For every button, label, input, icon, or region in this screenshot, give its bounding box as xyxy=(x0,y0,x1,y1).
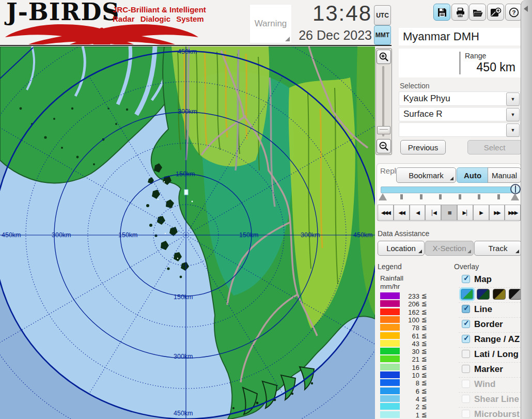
timeline-start-marker[interactable] xyxy=(379,193,387,200)
play-button[interactable]: ▶ xyxy=(473,205,489,221)
select-button[interactable]: Select xyxy=(467,140,522,154)
map-style-swatch-3[interactable] xyxy=(493,289,506,300)
stop-button[interactable]: ■ xyxy=(441,205,457,221)
legend-value: 30 xyxy=(401,348,419,355)
mmt-button[interactable]: MMT xyxy=(374,25,391,45)
map-style-swatches xyxy=(459,288,521,303)
open-folder-icon xyxy=(473,7,483,18)
legend-value: 100 xyxy=(401,316,419,324)
legend-value: 61 xyxy=(401,332,419,340)
site-dropdown[interactable]: Kyauk Phyu ▼ xyxy=(399,91,521,106)
legend-color-swatch xyxy=(380,403,400,410)
save-button[interactable] xyxy=(433,4,450,21)
range-divider xyxy=(460,52,460,74)
legend-color-swatch xyxy=(380,340,400,347)
radar-site-marker xyxy=(184,190,188,195)
collapse-arrow-icon xyxy=(524,6,528,12)
clock-time: 13:48 xyxy=(268,0,372,27)
timeline-end-marker[interactable] xyxy=(511,193,519,200)
legend-suffix: ≦ xyxy=(421,347,427,355)
timeline-tick xyxy=(400,194,403,199)
add-capture-button[interactable] xyxy=(487,4,504,21)
chevron-down-icon[interactable]: ▼ xyxy=(506,108,520,121)
rewind-button[interactable]: ◀ xyxy=(410,205,426,221)
utc-button[interactable]: UTC xyxy=(374,5,391,25)
chevron-down-icon[interactable]: ▼ xyxy=(506,92,520,106)
overlay-item-marker: Marker xyxy=(459,364,521,378)
jump-start-button[interactable]: ◀◀◀ xyxy=(378,205,394,221)
previous-button[interactable]: Previous xyxy=(400,140,446,154)
lati-long-checkbox[interactable] xyxy=(462,350,470,358)
legend-color-swatch xyxy=(380,300,400,307)
map-style-swatch-4[interactable] xyxy=(509,289,521,300)
overlay-item-line: ✓Line xyxy=(459,304,521,318)
jbirds-app: J-BIRDS JRC-Brilliant & Intelligent Rada… xyxy=(0,0,532,419)
zoom-slider-handle[interactable] xyxy=(377,126,390,134)
legend-value: 4 xyxy=(401,395,419,403)
overlay-item-label: Border xyxy=(474,319,503,330)
station-name: Myanmar DMH xyxy=(399,28,521,45)
bookmark-button[interactable]: Bookmark xyxy=(396,167,456,183)
legend-suffix: ≦ xyxy=(421,308,427,316)
map-style-swatch-1[interactable] xyxy=(461,289,474,300)
legend-color-swatch xyxy=(380,292,400,299)
print-button[interactable] xyxy=(451,4,468,21)
legend-suffix: ≦ xyxy=(421,332,427,339)
replay-timeline-slider[interactable] xyxy=(381,187,520,193)
chevron-down-icon[interactable]: ▼ xyxy=(506,123,520,137)
fast-forward-button[interactable]: ▶▶ xyxy=(489,205,505,221)
panel-collapse-strip[interactable] xyxy=(521,0,532,419)
site-dropdown-value: Kyauk Phyu xyxy=(403,92,450,105)
location-label: Location xyxy=(386,244,416,253)
radar-map[interactable]: 450km 300km 150km 150km 300km 450km 450k… xyxy=(0,46,375,419)
product-dropdown[interactable]: Surface R ▼ xyxy=(399,107,521,121)
ring-label-450-bottom: 450km xyxy=(174,410,193,417)
x-section-button[interactable]: X-Section xyxy=(425,241,474,256)
step-back-button[interactable]: │◀ xyxy=(425,205,441,221)
legend-color-swatch xyxy=(380,387,400,394)
zoom-out-icon xyxy=(379,141,389,151)
border-checkbox[interactable]: ✓ xyxy=(462,320,470,328)
legend-label: Legend xyxy=(378,262,402,271)
help-button[interactable]: ? xyxy=(505,4,522,21)
overlay-item-label: Wind xyxy=(474,379,495,390)
overlay-item-label: Shear Line xyxy=(474,394,519,405)
legend-value: 1 xyxy=(401,411,419,419)
legend-suffix: ≦ xyxy=(421,355,427,363)
overlay-label: Overlay xyxy=(454,262,479,271)
replay-slider-handle[interactable] xyxy=(510,184,521,194)
extra-dropdown[interactable]: ▼ xyxy=(399,122,521,137)
ring-label-450-right: 450km xyxy=(353,231,373,239)
ring-label-300-left: 300km xyxy=(52,231,71,239)
location-button[interactable]: Location xyxy=(378,241,425,256)
overlay-item-label: Microburst xyxy=(474,409,520,419)
microburst-checkbox xyxy=(462,410,470,418)
ring-label-150-top: 150km xyxy=(176,170,195,178)
data-assistance-label: Data Assistance xyxy=(378,229,429,238)
open-folder-button[interactable] xyxy=(469,4,486,21)
step-forward-button[interactable]: ▶│ xyxy=(457,205,473,221)
legend-suffix: ≦ xyxy=(421,363,427,371)
check-icon: ✓ xyxy=(463,274,470,282)
map-style-swatch-2[interactable] xyxy=(477,289,490,300)
check-icon: ✓ xyxy=(463,334,470,342)
ring-label-450-top: 450km xyxy=(178,48,197,55)
line-checkbox[interactable]: ✓ xyxy=(462,305,470,313)
station-name-label: Myanmar DMH xyxy=(403,30,479,43)
zoom-out-button[interactable] xyxy=(377,139,391,153)
map-checkbox[interactable]: ✓ xyxy=(462,275,470,283)
jump-end-button[interactable]: ▶▶▶ xyxy=(505,205,521,221)
range-az-checkbox[interactable]: ✓ xyxy=(462,335,470,343)
track-button[interactable]: Track xyxy=(474,241,522,256)
legend-suffix: ≦ xyxy=(421,316,427,323)
auto-mode-button[interactable]: Auto xyxy=(457,167,489,183)
logo-tagline-1: JRC-Brilliant & Intelligent xyxy=(113,5,206,14)
zoom-in-icon xyxy=(379,52,389,62)
marker-checkbox[interactable] xyxy=(462,365,470,373)
legend-value: 8 xyxy=(401,379,419,387)
manual-mode-button[interactable]: Manual xyxy=(488,167,521,183)
clock: 13:48 26 Dec 2023 xyxy=(268,0,372,43)
zoom-in-button[interactable] xyxy=(377,50,391,64)
overlay-options-list: ✓Map✓Line✓Border✓Range / AZLati / LongMa… xyxy=(459,274,521,419)
fast-rewind-button[interactable]: ◀◀ xyxy=(394,205,410,221)
